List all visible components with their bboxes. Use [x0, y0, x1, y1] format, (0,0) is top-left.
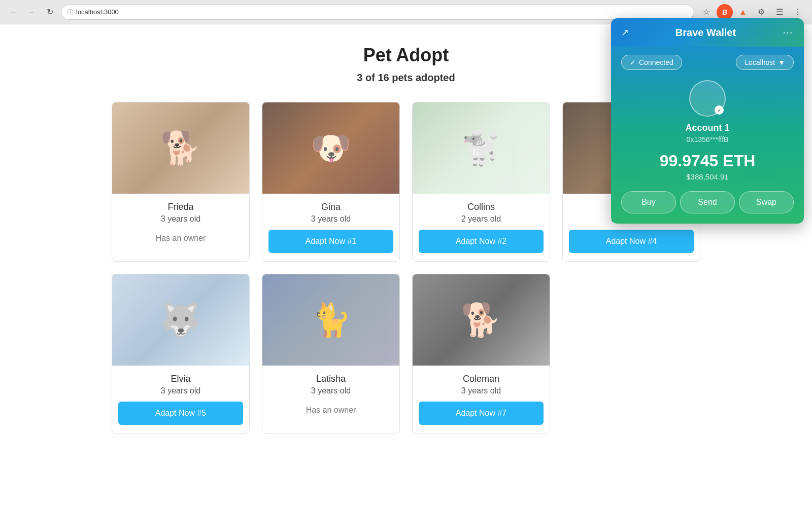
adopt-button[interactable]: Adapt Now #5: [118, 402, 243, 425]
pet-image: 🐺: [112, 274, 249, 366]
network-label: Localhost: [745, 58, 775, 66]
balance-eth: 99.9745 ETH: [621, 152, 794, 170]
adopt-button[interactable]: Adapt Now #4: [569, 230, 694, 253]
wallet-more-button[interactable]: ⋯: [783, 26, 794, 39]
balance-usd: $388,504.91: [621, 172, 794, 181]
buy-button[interactable]: Buy: [621, 191, 676, 213]
pet-age: 3 years old: [419, 386, 544, 395]
network-chevron-icon: ▼: [778, 58, 785, 66]
back-button[interactable]: ←: [6, 5, 20, 19]
pet-info: Elvia3 years oldAdapt Now #5: [112, 366, 249, 433]
pet-image: 🐕: [112, 102, 249, 194]
pet-info: Collins2 years oldAdapt Now #2: [413, 194, 550, 261]
account-name: Account 1: [685, 123, 729, 133]
pet-age: 3 years old: [268, 386, 393, 395]
pet-name: Latisha: [268, 374, 393, 384]
menu-button[interactable]: ⋮: [790, 4, 806, 20]
avatar[interactable]: ✓: [689, 80, 726, 117]
pet-image: 🐈: [262, 274, 399, 366]
pet-card: 🐺Elvia3 years oldAdapt Now #5: [112, 274, 250, 433]
toolbar-icons: ☆ B ▲ ⚙ ☰ ⋮: [698, 4, 806, 20]
account-address: 0x1356***fffB: [687, 135, 729, 143]
pet-info: Frieda3 years oldHas an owner: [112, 194, 249, 255]
forward-button[interactable]: →: [24, 5, 39, 19]
pet-age: 2 years old: [419, 214, 544, 224]
adopt-button[interactable]: Adapt Now #1: [268, 230, 393, 253]
pet-info: Gina3 years oldAdapt Now #1: [262, 194, 399, 261]
pet-card: 🐕Frieda3 years oldHas an owner: [112, 102, 250, 262]
extensions-button[interactable]: ⚙: [753, 4, 769, 20]
wallet-status-row: ✓ Connected Localhost ▼: [621, 55, 794, 70]
pet-name: Frieda: [118, 202, 243, 212]
pet-age: 3 years old: [118, 214, 243, 224]
pet-name: Elvia: [118, 374, 243, 384]
network-badge[interactable]: Localhost ▼: [736, 55, 794, 70]
connected-badge[interactable]: ✓ Connected: [621, 55, 682, 70]
wallet-actions: Buy Send Swap: [621, 191, 794, 213]
swap-button[interactable]: Swap: [739, 191, 794, 213]
connected-label: Connected: [639, 58, 673, 66]
pet-info: Latisha3 years oldHas an owner: [262, 366, 399, 427]
adopt-button[interactable]: Adapt Now #2: [419, 230, 544, 253]
pet-info: Coleman3 years oldAdapt Now #7: [413, 366, 550, 433]
has-owner-label: Has an owner: [118, 230, 243, 247]
pet-card: 🐶Gina3 years oldAdapt Now #1: [262, 102, 400, 262]
brave-icon: B: [717, 4, 733, 20]
address-bar[interactable]: ⓘ localhost:3000: [61, 5, 694, 20]
pet-card: 🐩Collins2 years oldAdapt Now #2: [412, 102, 550, 262]
pet-age: 3 years old: [118, 386, 243, 395]
wallet-header: ↗ Brave Wallet ⋯: [611, 18, 804, 47]
adopt-button[interactable]: Adapt Now #7: [419, 402, 544, 425]
pet-name: Coleman: [419, 374, 544, 384]
pet-name: Gina: [268, 202, 393, 212]
wallet-panel: ↗ Brave Wallet ⋯ ✓ Connected Localhost ▼…: [611, 18, 804, 224]
pet-image: 🐕: [413, 274, 550, 366]
wallet-title: Brave Wallet: [675, 27, 736, 39]
wallet-expand-icon[interactable]: ↗: [621, 27, 629, 38]
bookmark-button[interactable]: ☆: [698, 4, 715, 20]
wallet-button[interactable]: ☰: [771, 4, 788, 20]
has-owner-label: Has an owner: [268, 402, 393, 419]
check-icon: ✓: [630, 58, 636, 66]
wallet-avatar-section: ✓ Account 1 0x1356***fffB: [621, 80, 794, 143]
pet-card: 🐕Coleman3 years oldAdapt Now #7: [412, 274, 550, 433]
pet-card: 🐈Latisha3 years oldHas an owner: [262, 274, 400, 433]
wallet-body: ✓ Connected Localhost ▼ ✓ Account 1 0x13…: [611, 47, 804, 224]
lock-icon: ⓘ: [67, 8, 73, 16]
brave-rewards-icon: ▲: [735, 4, 751, 20]
avatar-indicator: ✓: [715, 105, 724, 115]
pet-image: 🐩: [413, 102, 550, 194]
pet-name: Collins: [419, 202, 544, 212]
pet-age: 3 years old: [268, 214, 393, 224]
reload-button[interactable]: ↻: [43, 5, 57, 19]
send-button[interactable]: Send: [680, 191, 735, 213]
url-text: localhost:3000: [76, 8, 119, 16]
pet-image: 🐶: [262, 102, 399, 194]
